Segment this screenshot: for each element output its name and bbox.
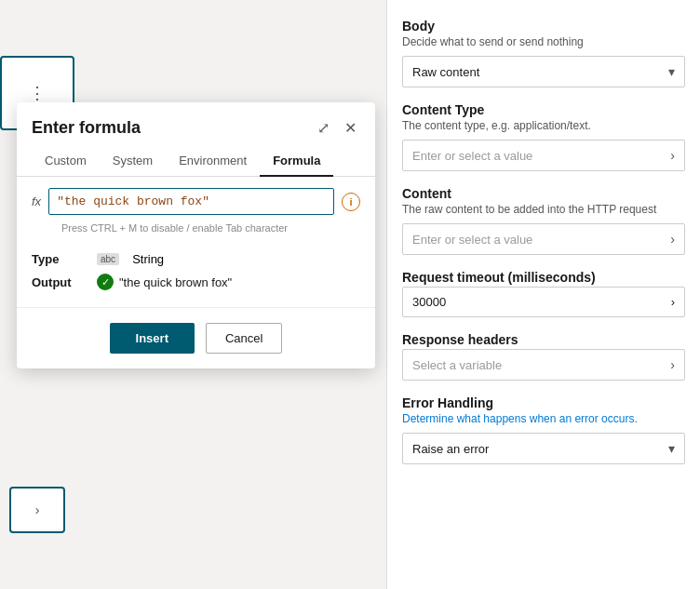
content-type-subtitle: The content type, e.g. application/text. <box>402 119 685 132</box>
response-headers-chevron-icon: › <box>670 357 675 372</box>
body-title: Body <box>402 19 685 33</box>
ctrl-hint: Press CTRL + M to disable / enable Tab c… <box>17 221 375 243</box>
tab-formula[interactable]: Formula <box>260 146 333 177</box>
formula-area: fx i <box>17 177 375 221</box>
check-icon: ✓ <box>97 274 114 290</box>
error-handling-dropdown[interactable]: Raise an error ▾ <box>402 433 685 464</box>
tab-system[interactable]: System <box>100 146 166 177</box>
body-dropdown[interactable]: Raw content ▾ <box>402 56 685 87</box>
error-handling-chevron-icon: ▾ <box>668 441 675 456</box>
type-row: Type abc String <box>32 252 360 266</box>
response-headers-field[interactable]: Select a variable › <box>402 349 685 381</box>
type-label: Type <box>32 252 88 266</box>
request-timeout-field[interactable]: 30000 › <box>402 287 685 317</box>
content-type-title: Content Type <box>402 102 685 117</box>
tab-environment[interactable]: Environment <box>166 146 260 177</box>
dialog-header: Enter formula ⤢ ✕ <box>17 102 375 146</box>
close-icon: ✕ <box>344 119 357 137</box>
right-panel: Body Decide what to send or send nothing… <box>386 0 700 589</box>
response-headers-placeholder: Select a variable <box>412 358 502 372</box>
error-handling-section: Error Handling Determine what happens wh… <box>402 395 685 464</box>
content-chevron-icon: › <box>670 232 675 247</box>
formula-input[interactable] <box>48 188 334 215</box>
content-type-input[interactable]: Enter or select a value › <box>402 140 685 171</box>
info-icon[interactable]: i <box>342 193 360 211</box>
insert-button[interactable]: Insert <box>110 323 195 354</box>
body-section: Body Decide what to send or send nothing… <box>402 19 685 87</box>
close-button[interactable]: ✕ <box>341 117 360 139</box>
content-type-placeholder: Enter or select a value <box>412 149 532 163</box>
result-rows: Type abc String Output ✓ "the quick brow… <box>17 243 375 307</box>
content-type-chevron-icon: › <box>670 148 675 163</box>
dialog-tabs: Custom System Environment Formula <box>17 146 375 177</box>
cancel-button[interactable]: Cancel <box>206 323 282 354</box>
output-label: Output <box>32 275 88 289</box>
content-placeholder: Enter or select a value <box>412 233 532 247</box>
output-value: "the quick brown fox" <box>119 275 232 289</box>
request-timeout-section: Request timeout (milliseconds) 30000 › <box>402 270 685 317</box>
output-value-container: ✓ "the quick brown fox" <box>97 274 232 290</box>
formula-input-wrap <box>48 188 334 215</box>
fx-label: fx <box>32 194 41 208</box>
expand-button[interactable]: ⤢ <box>314 117 333 139</box>
dialog-title: Enter formula <box>32 118 141 138</box>
request-timeout-chevron-icon: › <box>671 295 675 309</box>
error-handling-title: Error Handling <box>402 395 685 410</box>
canvas-node-dots: ⋮ <box>29 83 47 103</box>
content-input[interactable]: Enter or select a value › <box>402 223 685 255</box>
canvas-node-bottom: › <box>9 487 65 533</box>
dialog-footer: Insert Cancel <box>17 307 375 368</box>
response-headers-title: Response headers <box>402 332 685 347</box>
dialog-header-icons: ⤢ ✕ <box>314 117 360 139</box>
body-subtitle: Decide what to send or send nothing <box>402 35 685 48</box>
body-selected: Raw content <box>412 65 479 79</box>
enter-formula-dialog: Enter formula ⤢ ✕ Custom System Environm… <box>17 102 375 368</box>
content-section: Content The raw content to be added into… <box>402 186 685 255</box>
content-subtitle: The raw content to be added into the HTT… <box>402 203 685 216</box>
type-value: String <box>132 252 164 266</box>
body-chevron-icon: ▾ <box>668 64 675 79</box>
output-row: Output ✓ "the quick brown fox" <box>32 274 360 290</box>
request-timeout-value: 30000 <box>412 295 446 309</box>
request-timeout-title: Request timeout (milliseconds) <box>402 270 685 285</box>
content-title: Content <box>402 186 685 201</box>
bottom-arrow-icon: › <box>35 502 40 517</box>
tab-custom[interactable]: Custom <box>32 146 100 177</box>
expand-icon: ⤢ <box>317 119 330 137</box>
error-handling-selected: Raise an error <box>412 442 489 456</box>
response-headers-section: Response headers Select a variable › <box>402 332 685 381</box>
error-handling-subtitle: Determine what happens when an error occ… <box>402 412 685 425</box>
content-type-section: Content Type The content type, e.g. appl… <box>402 102 685 171</box>
type-icon: abc <box>97 253 119 265</box>
